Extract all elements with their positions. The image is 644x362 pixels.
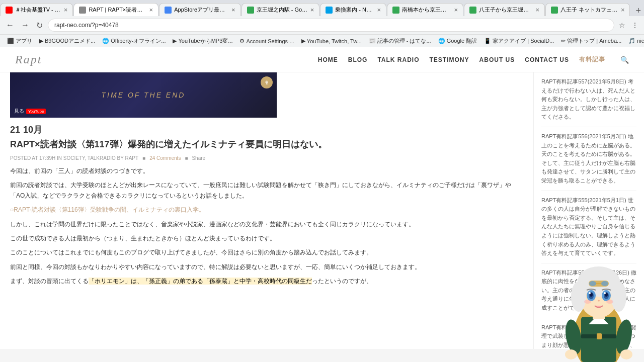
bookmark-7[interactable]: 🌐 Google 翻訳 [435,36,480,46]
tab-label-4: 京王堀之内駅 - Google マ... [257,6,308,14]
bookmark-1[interactable]: ▶ B9GOODアニメド... [36,36,98,46]
bookmark-apps[interactable]: ⬛ アプリ [4,36,35,46]
sidebar-item-title-3: RAPT有料記事555(2021年5月1日) 世の多くの人は自分が理解できないも… [541,196,636,258]
article-share[interactable]: Share [192,155,205,161]
tab-label-8: 八王子 ネットカフェ - Googl... [560,6,618,14]
tab-1[interactable]: ＃社会基盤TV - YouTube × [0,3,73,16]
sidebar-item-2: RAPT有料記事556(2021年5月3日) 地上のことを考えるために左脳がある… [541,132,636,191]
site-nav: HOME BLOG TALK RADIO TESTIMONY ABOUT US … [318,55,629,64]
nav-testimony[interactable]: TESTIMONY [430,56,469,63]
sidebar-item-title-2: RAPT有料記事556(2021年5月3日) 地上のことを考えるために左脳がある… [541,132,636,186]
bookmark-10[interactable]: 🎵 niconico(ニコニコ) [625,36,644,46]
browser-chrome: ＃社会基盤TV - YouTube × RAPT | RAPT×読者対談（第… … [0,0,644,47]
sidebar-item-1: RAPT有料記事557(2021年5月8日) 考えるだけで行わない人は、死んだ人… [541,77,636,127]
menu-icon[interactable]: ⋮ [630,20,640,31]
bookmark-3[interactable]: ▶ YouTubeからMP3変... [170,36,235,46]
sidebar: RAPT有料記事557(2021年5月8日) 考えるだけで行わない人は、死んだ人… [533,72,644,349]
nav-talk-radio[interactable]: TALK RADIO [377,56,419,63]
tab-label-2: RAPT | RAPT×読者対談（第… [89,6,146,14]
article-para-7: まず、対談の冒頭に出てくる「ホリエモン」は、「孫正義」の弟である「孫泰蔵」と中学… [10,276,523,286]
youtube-watch-label[interactable]: 見る [14,108,24,115]
bookmark-icon-1: ▶ [39,38,43,44]
bookmark-5[interactable]: ▶ YouTube, Twitch, Tw... [298,37,365,45]
sidebar-item-5: RAPT有料記事553(2021年4月24日) 賢理で武装していないということは… [541,323,636,349]
tab-close-8[interactable]: × [621,6,625,14]
tab-label-6: 南橋本から京王堀之内ま... [402,6,452,14]
new-tab-button[interactable]: + [632,6,644,16]
bookmarks-bar: ⬛ アプリ ▶ B9GOODアニメド... 🌐 Offiberty-オフライン.… [0,34,644,47]
tab-favicon-6 [392,7,399,14]
back-button[interactable]: ← [4,20,16,31]
article-comments-link[interactable]: 24 Comments [149,155,181,161]
article-date: 2110月 [10,124,523,136]
tab-6[interactable]: 南橋本から京王堀之内ま... × [387,3,463,16]
article-para-6: 前回と同様、今回の対談もかなりわかりやすい内容になっていますので、特に解説は必要… [10,262,523,272]
tab-label-3: AppStoreアプリ最近セール... [174,6,229,14]
tab-favicon-8 [551,7,558,14]
bookmark-4[interactable]: ⚙ Account Settings-... [236,37,297,45]
tab-close-1[interactable]: × [64,6,68,14]
bookmark-8[interactable]: 📱 家アクアイブ | SocialD... [481,36,557,46]
hero-badge: ✟ [261,76,273,88]
nav-blog[interactable]: BLOG [348,56,368,63]
bookmark-6[interactable]: 📰 記事の管理 - はてな... [366,36,434,46]
youtube-overlay: 見る YouTube [14,108,46,115]
tab-8[interactable]: 八王子 ネットカフェ - Googl... × [545,3,630,16]
hero-text: TIME OF THE END [102,91,186,99]
bookmark-icon-3: ▶ [173,38,177,44]
tab-2[interactable]: RAPT | RAPT×読者対談（第… × [73,3,158,16]
nav-home[interactable]: HOME [318,56,338,63]
tab-bar: ＃社会基盤TV - YouTube × RAPT | RAPT×読者対談（第… … [0,0,644,16]
tab-close-7[interactable]: × [536,6,540,14]
tab-label-5: 乗換案内 - NAVITIME [335,6,374,14]
bookmark-label-3: YouTubeからMP3変... [178,37,232,45]
tab-close-6[interactable]: × [454,6,458,14]
bookmark-label-10: niconico(ニコニコ) [637,37,644,45]
forward-button[interactable]: → [19,20,31,31]
bookmark-icon-9: ✏ [561,38,566,44]
bookmark-label-7: Google 翻訳 [447,37,477,45]
bookmark-icon-10: 🎵 [628,38,635,44]
address-bar-row: ← → ↻ rapt-neo.com/?p=40478 ☆ ⋮ [0,16,644,34]
article-link[interactable]: ○RAPT-読者対談〈第116弾〉受験戦争の闇、イルミナティの裏口入学。 [10,206,205,213]
tab-favicon-5 [326,7,333,14]
bookmark-label-8: 家アクアイブ | SocialD... [493,37,554,45]
tab-favicon-2 [79,7,86,14]
tab-close-4[interactable]: × [310,6,314,14]
article-para-1: 今回は、前回の「三人」の読者対談のつづきです。 [10,166,523,176]
star-icon[interactable]: ☆ [617,20,627,31]
sidebar-item-title-5: RAPT有料記事553(2021年4月24日) 賢理で武装していないということは… [541,323,636,349]
svg-point-6 [620,349,632,359]
tab-7[interactable]: 八王子から京王堀之内まで... × [464,3,545,16]
tab-favicon-1 [6,7,13,14]
bookmark-label-4: Account Settings-... [246,38,294,44]
site-logo[interactable]: Rapt [15,53,42,66]
article-title: RAPT×読者対談〈第117弾〉爆発的に増えたイルミナティ要員に明日はない。 [10,138,523,151]
sidebar-item-3: RAPT有料記事555(2021年5月1日) 世の多くの人は自分が理解できないも… [541,196,636,263]
tab-label-1: ＃社会基盤TV - YouTube [15,6,61,14]
article-date-num: 21 [10,125,20,135]
address-bar[interactable]: rapt-neo.com/?p=40478 [48,19,614,32]
article-para-4: この世で成功できる人は最初から（つまり、生まれたときから）ほとんど決まっているわ… [10,233,523,243]
search-icon[interactable]: 🔍 [620,56,629,64]
bookmark-9[interactable]: ✏ 管理トップ | Ameba... [558,36,624,46]
nav-about-us[interactable]: ABOUT US [479,56,515,63]
nav-contact-us[interactable]: CONTACT US [525,56,569,63]
bookmark-apps-label: アプリ [16,37,32,45]
article-body: 今回は、前回の「三人」の読者対談のつづきです。 前回の読者対談では、大学受験のほ… [10,166,523,287]
tab-4[interactable]: 京王堀之内駅 - Google マ... × [242,3,320,16]
nav-paid-articles[interactable]: 有料記事 [579,55,605,64]
reload-button[interactable]: ↻ [34,20,45,31]
article-highlight: 「ホリエモン」は、「孫正義」の弟である「孫泰蔵」と中学・高校時代の同級生だ [89,278,312,285]
tab-close-2[interactable]: × [149,6,153,14]
bookmark-2[interactable]: 🌐 Offiberty-オフライン... [99,36,169,46]
tab-5[interactable]: 乗換案内 - NAVITIME × [320,3,386,16]
tab-3[interactable]: AppStoreアプリ最近セール... × [159,3,240,16]
article-para-5: このことについてはこれまでにも何度もこのブログで取り上げてきましたが、今回はさら… [10,247,523,257]
tab-close-3[interactable]: × [231,6,235,14]
article-meta: POSTED AT 17:39H IN SOCIETY, TALKRADIO B… [10,155,523,161]
bookmark-icon-8: 📱 [484,38,491,44]
tab-close-5[interactable]: × [377,6,381,14]
bookmark-icon-7: 🌐 [438,38,445,44]
svg-point-5 [565,349,577,359]
